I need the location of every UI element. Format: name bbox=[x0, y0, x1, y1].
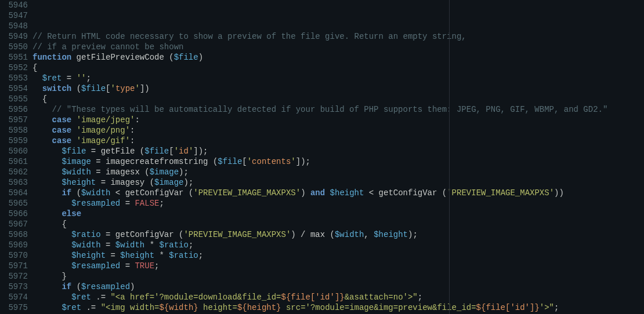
token: type bbox=[115, 84, 135, 93]
token: = bbox=[101, 240, 115, 250]
token: ; bbox=[159, 199, 164, 208]
line-number: 5951 bbox=[0, 52, 28, 63]
token: $width bbox=[115, 240, 144, 250]
code-line[interactable]: $resampled = TRUE; bbox=[32, 261, 644, 271]
token: $resampled bbox=[71, 261, 120, 271]
token: $file bbox=[218, 157, 242, 166]
code-line[interactable]: switch ($file['type']) bbox=[32, 83, 644, 94]
token bbox=[32, 105, 52, 114]
code-line[interactable]: $ret .= "<a href='?module=download&file_… bbox=[32, 292, 644, 302]
token: .= bbox=[81, 303, 101, 312]
code-area[interactable]: // Return HTML code necessary to show a … bbox=[31, 0, 644, 314]
token: , bbox=[364, 230, 374, 239]
token bbox=[325, 188, 330, 198]
line-number: 5967 bbox=[0, 219, 28, 229]
token: ; bbox=[554, 303, 559, 312]
code-line[interactable]: { bbox=[32, 219, 644, 229]
token bbox=[71, 126, 76, 135]
code-line[interactable]: $file = getFile ($file['id']); bbox=[32, 146, 644, 156]
token: $image bbox=[154, 178, 183, 187]
line-number: 5965 bbox=[0, 198, 28, 209]
token: ) bbox=[130, 282, 135, 291]
token: else bbox=[61, 209, 81, 218]
token: < getConfigVar ( bbox=[364, 188, 447, 198]
code-line[interactable]: // Return HTML code necessary to show a … bbox=[32, 31, 644, 42]
token: // "These types will be automatically de… bbox=[52, 105, 608, 114]
code-line[interactable]: $width = $width * $ratio; bbox=[32, 240, 644, 250]
token bbox=[32, 240, 71, 250]
line-number: 5971 bbox=[0, 261, 28, 271]
code-line[interactable]: case 'image/jpeg': bbox=[32, 115, 644, 125]
line-number: 5964 bbox=[0, 188, 28, 198]
code-line[interactable]: { bbox=[32, 63, 644, 73]
code-line[interactable]: $resampled = FALSE; bbox=[32, 198, 644, 209]
token: $resampled bbox=[81, 282, 130, 291]
token bbox=[32, 178, 61, 187]
code-line[interactable]: if ($width < getConfigVar ('PREVIEW_IMAG… bbox=[32, 188, 644, 198]
token: ( bbox=[71, 282, 81, 291]
code-line[interactable]: $ratio = getConfigVar ('PREVIEW_IMAGE_MA… bbox=[32, 229, 644, 240]
token: ]); bbox=[296, 157, 310, 166]
token: '' bbox=[77, 74, 86, 83]
token: getFilePreviewCode bbox=[71, 53, 169, 62]
token: ${file['id']} bbox=[281, 293, 345, 302]
token bbox=[32, 126, 52, 135]
token: = getFile ( bbox=[86, 147, 144, 156]
token: height= bbox=[198, 303, 237, 312]
token: "<a href='?module=download&file_id= bbox=[110, 293, 281, 302]
token: and bbox=[310, 188, 325, 198]
token: 'PREVIEW_IMAGE_MAXPXS' bbox=[183, 230, 291, 239]
line-number: 5952 bbox=[0, 63, 28, 73]
code-line[interactable]: function getFilePreviewCode ($file) bbox=[32, 52, 644, 63]
line-number: 5966 bbox=[0, 209, 28, 219]
token: $ratio bbox=[169, 251, 198, 260]
token bbox=[32, 230, 71, 239]
token: &asattach=no'>" bbox=[345, 293, 418, 302]
code-line[interactable]: case 'image/png': bbox=[32, 125, 644, 136]
token: ); bbox=[179, 167, 189, 177]
code-line[interactable]: $ret = ''; bbox=[32, 73, 644, 83]
token bbox=[32, 136, 52, 145]
token: $width bbox=[61, 167, 91, 177]
token bbox=[71, 136, 76, 145]
code-line[interactable]: // "These types will be automatically de… bbox=[32, 104, 644, 115]
token: if bbox=[61, 282, 71, 291]
code-line[interactable]: else bbox=[32, 209, 644, 219]
token: // Return HTML code necessary to show a … bbox=[32, 32, 466, 41]
token: ; bbox=[86, 74, 91, 83]
token: = bbox=[120, 261, 135, 271]
token: = imagecreatefromstring ( bbox=[91, 157, 218, 166]
token: $height bbox=[120, 251, 154, 260]
line-number: 5963 bbox=[0, 177, 28, 188]
token: $ret bbox=[42, 74, 62, 83]
code-line[interactable]: $image = imagecreatefromstring ($file['c… bbox=[32, 156, 644, 167]
line-number: 5957 bbox=[0, 115, 28, 125]
code-line[interactable]: // if a preview cannot be shown bbox=[32, 42, 644, 52]
token: ; bbox=[189, 240, 193, 250]
line-number: 5973 bbox=[0, 282, 28, 292]
token: $image bbox=[150, 167, 179, 177]
token: = bbox=[120, 199, 135, 208]
token bbox=[32, 115, 52, 125]
code-line[interactable]: $height = $height * $ratio; bbox=[32, 250, 644, 261]
token bbox=[32, 167, 61, 177]
token bbox=[32, 261, 71, 271]
code-line[interactable]: { bbox=[32, 94, 644, 104]
code-line[interactable]: $width = imagesx ($image); bbox=[32, 167, 644, 177]
code-line[interactable]: $height = imagesy ($image); bbox=[32, 177, 644, 188]
line-number: 5961 bbox=[0, 156, 28, 167]
token: : bbox=[130, 136, 135, 145]
code-line[interactable]: $ret .= "<img width=${width} height=${he… bbox=[32, 302, 644, 313]
token: ${width} bbox=[159, 303, 198, 312]
code-editor[interactable]: 5946594759485949595059515952595359545955… bbox=[0, 0, 644, 314]
token: { bbox=[32, 94, 47, 104]
line-number-gutter: 5946594759485949595059515952595359545955… bbox=[0, 0, 31, 314]
line-number: 5955 bbox=[0, 94, 28, 104]
code-line[interactable]: } bbox=[32, 271, 644, 282]
token: = getConfigVar ( bbox=[101, 230, 184, 239]
token: ) bbox=[198, 53, 203, 62]
line-number: 5960 bbox=[0, 146, 28, 156]
token: case bbox=[52, 126, 72, 135]
code-line[interactable]: case 'image/gif': bbox=[32, 136, 644, 146]
code-line[interactable]: if ($resampled) bbox=[32, 282, 644, 292]
